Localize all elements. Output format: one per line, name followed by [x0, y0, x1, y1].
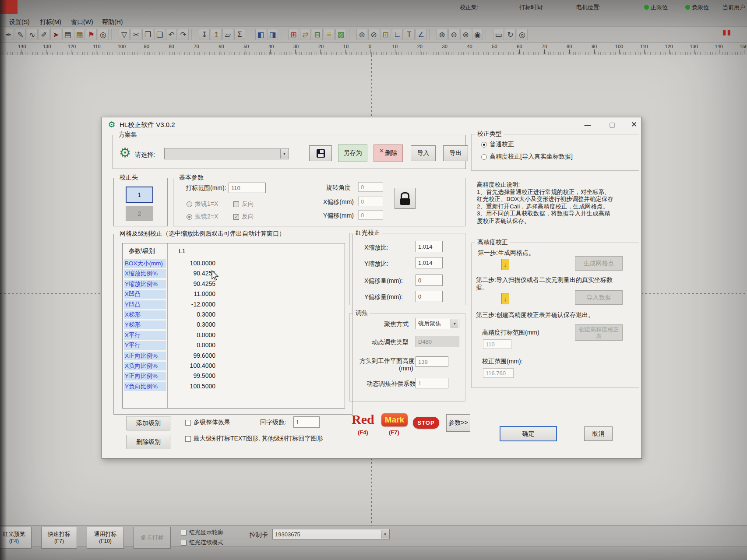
rotate-view-icon[interactable]: ↻ [505, 29, 516, 40]
param-label[interactable]: BOX大小(mm) [124, 259, 166, 268]
bezier-icon[interactable]: ∿ [27, 29, 38, 40]
high-cal-radio[interactable]: 高精度校正[导入真实坐标数据] [481, 153, 573, 161]
measure-icon[interactable]: ∟ [392, 29, 403, 40]
param-value[interactable]: 100.5000 [172, 383, 215, 390]
zoom-1-1-icon[interactable]: ⊜ [460, 29, 471, 40]
table-row[interactable]: X梯形0.3000 [123, 310, 345, 320]
hatch-icon[interactable]: ▤ [62, 29, 73, 40]
weld-icon[interactable]: ⊕ [356, 29, 367, 40]
search-icon[interactable]: ◎ [98, 29, 109, 40]
head-2-button[interactable]: 2 [126, 206, 153, 221]
param-value[interactable]: 0.0000 [172, 342, 215, 349]
stop-button[interactable]: STOP [413, 417, 439, 429]
redo-icon[interactable]: ↷ [178, 29, 189, 40]
chevron-down-icon[interactable]: ▼ [381, 530, 389, 539]
chevron-down-icon[interactable]: ▼ [280, 149, 288, 158]
eraser-icon[interactable]: ▱ [222, 29, 233, 40]
import-data-button[interactable]: 导入数据 [575, 290, 623, 305]
y-offset-input[interactable]: 0 [358, 210, 383, 220]
import-points-icon[interactable]: ↥ [211, 29, 222, 40]
ring-count-input[interactable]: 1 [293, 416, 320, 428]
param-value[interactable]: 99.5000 [172, 372, 215, 379]
zoom-in-icon[interactable]: ⊕ [437, 29, 447, 40]
pen-icon[interactable]: ✒ [3, 29, 14, 40]
param-value[interactable]: 100.4000 [172, 362, 215, 369]
ok-button[interactable]: 确定 [500, 426, 557, 441]
rect-select-icon[interactable]: ▭ [493, 29, 504, 40]
param-label[interactable]: Y正向比例% [124, 372, 166, 380]
head-1-button[interactable]: 1 [126, 187, 153, 203]
menu-mark[interactable]: 打标(M) [38, 18, 63, 27]
param-label[interactable]: Y负向比例% [124, 382, 166, 391]
cancel-button[interactable]: 取消 [584, 426, 613, 441]
param-label[interactable]: Y梯形 [124, 321, 166, 329]
x-shift-input[interactable]: 0 [416, 275, 443, 286]
rotate-angle-input[interactable]: 0 [358, 182, 383, 192]
param-label[interactable]: X梯形 [124, 310, 166, 319]
table-row[interactable]: X缩放比例%90.4255 [123, 268, 345, 278]
fill-icon[interactable]: ▨ [335, 29, 346, 40]
red-preview-task-button[interactable]: 红光预览 (F4) [0, 527, 32, 549]
param-value[interactable]: -12.0000 [172, 301, 215, 308]
filter-icon[interactable]: ▽ [119, 29, 130, 40]
delete-button[interactable]: ✕ 删除 [374, 144, 403, 162]
multi-level-checkbox[interactable]: 多级整体效果 [185, 419, 230, 426]
galvo2-radio[interactable]: 振镜2=X [187, 213, 218, 221]
param-value[interactable]: 11.0000 [172, 290, 215, 297]
param-label[interactable]: X缩放比例% [124, 269, 166, 278]
normal-cal-radio[interactable]: 普通校正 [481, 141, 514, 148]
slant-icon[interactable]: ∠ [416, 29, 426, 40]
zoom-window-icon[interactable]: ◎ [517, 29, 528, 40]
export-button[interactable]: 导出 [443, 145, 468, 161]
mark-range-input[interactable]: 110 [229, 183, 266, 193]
menu-help[interactable]: 帮助(H) [100, 18, 125, 27]
menu-settings[interactable]: 设置(S) [7, 18, 32, 27]
paste-icon[interactable]: ❏ [154, 29, 165, 40]
delete-level-button[interactable]: 删除级别 [127, 435, 170, 449]
zoom-out-icon[interactable]: ⊖ [448, 29, 459, 40]
table-row[interactable]: Y正向比例%99.5000 [123, 371, 345, 381]
table-row[interactable]: BOX大小(mm)100.0000 [123, 258, 345, 268]
reverse1-checkbox[interactable]: 反向 [233, 200, 254, 208]
array-icon[interactable]: ⊞ [288, 29, 299, 40]
node-edit-icon[interactable]: ✎ [15, 29, 26, 40]
mirror-icon[interactable]: ⇄ [300, 29, 311, 40]
table-row[interactable]: X正向比例%99.6000 [123, 351, 345, 361]
red-preview-button[interactable]: Red [352, 412, 374, 427]
cal-range-input[interactable]: 116.760 [483, 368, 514, 378]
param-label[interactable]: X凹凸 [124, 290, 166, 299]
download-icon[interactable]: ↧ [199, 29, 210, 40]
table-row[interactable]: Y梯形0.3000 [123, 320, 345, 330]
x-scale-input[interactable]: 1.014 [416, 241, 443, 252]
table-row[interactable]: X平行0.0000 [123, 330, 345, 340]
table-row[interactable]: X负向比例%100.4000 [123, 361, 345, 371]
param-label[interactable]: X平行 [124, 331, 166, 340]
table-row[interactable]: Y负向比例%100.5000 [123, 381, 345, 391]
param-value[interactable]: 99.6000 [172, 352, 215, 359]
chevron-down-icon[interactable]: ▼ [451, 319, 458, 328]
text-icon[interactable]: T [404, 29, 415, 40]
lock-button[interactable] [395, 188, 416, 209]
table-row[interactable]: Y平行0.0000 [123, 340, 345, 350]
dot-matrix-icon[interactable]: ▦ [74, 29, 85, 40]
multi-card-task-button[interactable]: 多卡打标 [134, 527, 171, 549]
max-level-checkbox[interactable]: 最大级别打标TEXT图形, 其他级别打标回字图形 [185, 435, 323, 443]
param-value[interactable]: 90.4255 [172, 280, 215, 287]
close-button[interactable]: ✕ [627, 120, 641, 130]
undo-icon[interactable]: ↶ [166, 29, 177, 40]
quick-mark-task-button[interactable]: 快速打标 (F7) [41, 527, 77, 549]
y-shift-input[interactable]: 0 [416, 291, 443, 302]
param-value[interactable]: 0.3000 [172, 311, 215, 318]
dyn-focus-type-input[interactable]: D480 [416, 336, 459, 347]
parameter-table[interactable]: 参数\级别 L1 BOX大小(mm)100.0000X缩放比例%90.4255Y… [122, 243, 345, 409]
group-icon[interactable]: ⊟ [312, 29, 323, 40]
flag-icon[interactable]: ⚑ [86, 29, 97, 40]
focus-mode-select[interactable]: 镜后聚焦 ▼ [416, 318, 459, 329]
x-offset-input[interactable]: 0 [358, 197, 383, 206]
focus-comp-input[interactable]: 1 [416, 378, 448, 388]
dialog-titlebar[interactable]: ⚙ HL校正软件 V3.0.2 — ▢ ✕ [102, 117, 641, 132]
formula-icon[interactable]: Σ [234, 29, 245, 40]
create-table-button[interactable]: 创建高精度校正表 [575, 324, 623, 341]
y-scale-input[interactable]: 1.014 [416, 257, 443, 268]
red-outline-checkbox[interactable]: 红光显示轮廓 [181, 528, 223, 536]
